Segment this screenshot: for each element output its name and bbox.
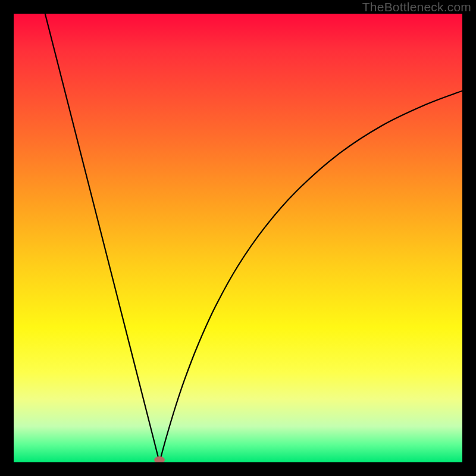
right-branch-curve bbox=[159, 91, 462, 462]
attribution-text: TheBottleneck.com bbox=[362, 0, 471, 14]
minimum-marker bbox=[154, 456, 165, 462]
chart-frame bbox=[14, 14, 462, 462]
left-branch-curve bbox=[45, 14, 159, 462]
chart-svg bbox=[14, 14, 462, 462]
